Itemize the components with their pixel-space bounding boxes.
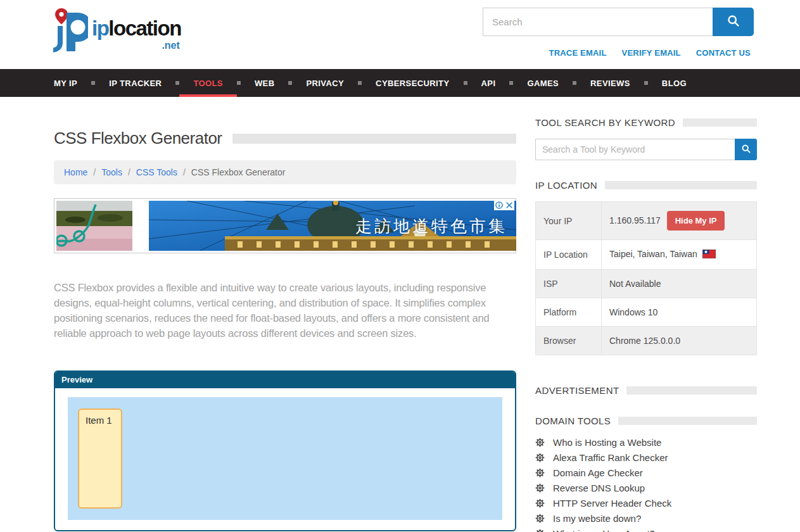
ip-location-value: Taipei, Taiwan, Taiwan [609,249,697,259]
breadcrumb-home[interactable]: Home [64,167,87,177]
flex-preview-item: Item 1 [78,408,122,509]
breadcrumb: Home / Tools / CSS Tools / CSS Flexbox G… [54,160,516,184]
hide-my-ip-button[interactable]: Hide My IP [667,211,725,231]
row-label: IP Location [536,240,602,270]
tool-search-button[interactable] [735,139,757,160]
trace-email-link[interactable]: TRACE EMAIL [549,48,607,58]
nav-item-ip-tracker[interactable]: IP TRACKER [95,69,175,97]
heading-decorative-bar [626,386,757,395]
main-area: CSS Flexbox Generator Home / Tools / CSS… [0,97,800,532]
domain-tools-heading: DOMAIN TOOLS [535,415,611,426]
row-value: 1.160.95.117Hide My IP [602,202,757,240]
site-logo[interactable]: iplocation .net [48,8,181,56]
preview-panel-header: Preview [55,372,515,388]
nav-item-blog[interactable]: BLOG [648,69,701,97]
ip-info-table: Your IP 1.160.95.117Hide My IP IP Locati… [535,201,757,355]
list-item-label: Who is Hosting a Website [553,437,661,448]
row-label: Your IP [536,202,602,240]
nav-item-games[interactable]: GAMES [513,69,573,97]
nav-item-reviews[interactable]: REVIEWS [576,69,644,97]
domain-tools-list: Who is Hosting a Website Alexa Traffic R… [535,437,757,532]
taiwan-flag-icon [702,250,716,260]
ad-close-icon[interactable] [504,200,514,210]
gear-icon [535,514,545,523]
header-search [483,8,754,36]
list-item-label: Reverse DNS Lookup [553,483,645,493]
table-row: Your IP 1.160.95.117Hide My IP [536,202,757,240]
breadcrumb-tools[interactable]: Tools [101,167,122,177]
row-value: Windows 10 [602,298,757,327]
ad-image-landscape [56,201,132,251]
gear-icon [535,529,545,532]
table-row: IP Location Taipei, Taiwan, Taiwan [536,240,757,270]
gear-icon [535,453,545,462]
row-value: Chrome 125.0.0.0 [602,327,757,355]
ad-info-icon[interactable] [494,200,504,210]
flex-preview-container: Item 1 [68,397,502,520]
advertisement-heading: ADVERTISEMENT [535,385,619,396]
list-item-label: Is my website down? [553,513,641,524]
tool-search [535,139,757,160]
sidebar: TOOL SEARCH BY KEYWORD IP LOCATION [535,97,757,532]
list-item-alexa-rank[interactable]: Alexa Traffic Rank Checker [535,452,757,463]
main-nav: MY IP IP TRACKER TOOLS WEB PRIVACY CYBER… [0,69,800,97]
domain-tools-heading-row: DOMAIN TOOLS [535,415,757,426]
header-search-input[interactable] [483,8,713,36]
search-icon [727,14,740,30]
preview-panel: Preview Item 1 [54,370,516,531]
list-item-website-down[interactable]: Is my website down? [535,513,757,524]
list-item-who-is-hosting[interactable]: Who is Hosting a Website [535,437,757,448]
breadcrumb-separator: / [128,167,130,177]
gear-icon [535,468,545,478]
content-column: CSS Flexbox Generator Home / Tools / CSS… [54,97,516,532]
nav-item-web[interactable]: WEB [241,69,289,97]
contact-us-link[interactable]: CONTACT US [696,48,751,58]
heading-decorative-bar [683,118,757,127]
ad-banner[interactable]: 走訪地道特色市集 [54,198,516,253]
heading-decorative-bar [618,417,757,425]
breadcrumb-separator: / [183,167,186,177]
list-item-label: Domain Age Checker [553,467,643,478]
breadcrumb-css-tools[interactable]: CSS Tools [136,167,177,177]
nav-item-my-ip[interactable]: MY IP [40,69,91,97]
nav-item-privacy[interactable]: PRIVACY [292,69,358,97]
advertisement-heading-row: ADVERTISEMENT [535,385,757,396]
list-item-reverse-dns[interactable]: Reverse DNS Lookup [535,483,757,493]
search-icon [741,144,751,156]
list-item-label: HTTP Server Header Check [553,498,671,509]
row-label: Browser [536,327,602,355]
nav-item-cybersecurity[interactable]: CYBERSECURITY [362,69,463,97]
page: iplocation .net TRACE EMAIL VERIFY EMAIL… [0,0,800,532]
ad-image-building: 走訪地道特色市集 [149,201,516,251]
header-links: TRACE EMAIL VERIFY EMAIL CONTACT US [549,48,751,58]
tool-search-input[interactable] [535,139,735,160]
ad-controls [494,200,514,210]
gear-icon [535,498,545,508]
verify-email-link[interactable]: VERIFY EMAIL [622,48,681,58]
nav-item-api[interactable]: API [467,69,510,97]
table-row: Platform Windows 10 [536,298,757,327]
list-item-user-agent[interactable]: What is my User Agent? [535,528,757,532]
tool-search-heading-row: TOOL SEARCH BY KEYWORD [535,117,757,128]
preview-panel-body: Item 1 [55,388,515,530]
row-value: Not Available [602,270,757,298]
logo-location: location [108,16,181,40]
table-row: Browser Chrome 125.0.0.0 [536,327,757,355]
list-item-domain-age[interactable]: Domain Age Checker [535,467,757,478]
breadcrumb-separator: / [93,167,96,177]
row-value: Taipei, Taiwan, Taiwan [602,240,757,270]
ip-location-heading: IP LOCATION [535,180,597,191]
list-item-label: Alexa Traffic Rank Checker [553,452,668,463]
site-header: iplocation .net TRACE EMAIL VERIFY EMAIL… [0,0,800,69]
row-label: ISP [536,270,602,298]
header-search-button[interactable] [713,8,754,36]
ad-overlay-text: 走訪地道特色市集 [355,215,507,237]
tool-search-heading: TOOL SEARCH BY KEYWORD [535,117,675,128]
list-item-http-header[interactable]: HTTP Server Header Check [535,498,757,509]
tool-description: CSS Flexbox provides a flexible and intu… [54,280,516,341]
logo-tld: .net [92,41,181,51]
logo-ip-pin-icon [48,8,88,56]
nav-item-tools[interactable]: TOOLS [179,69,237,97]
heading-decorative-bar [605,181,757,189]
logo-text: iplocation .net [92,18,181,51]
